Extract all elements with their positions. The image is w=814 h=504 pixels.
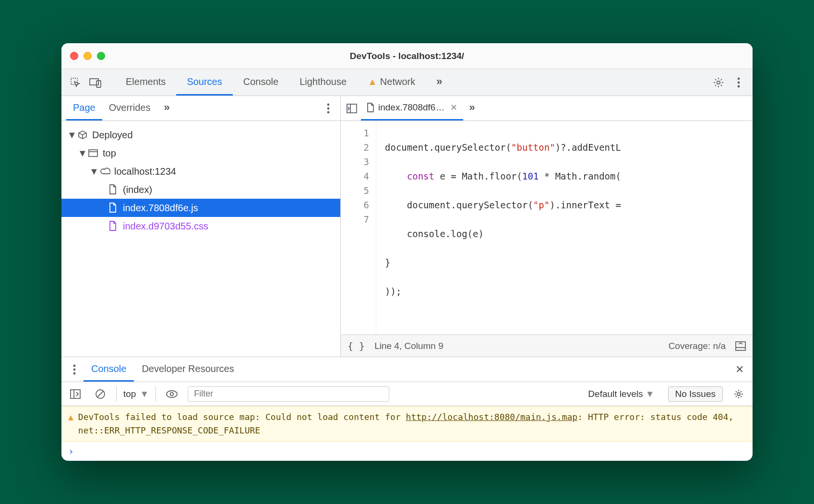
- svg-rect-1: [90, 79, 98, 85]
- window-controls: [70, 52, 105, 60]
- console-settings-icon[interactable]: [730, 385, 748, 403]
- device-toolbar-icon[interactable]: [86, 73, 105, 92]
- code-editor[interactable]: 1 2 3 4 5 6 7 document.querySelector("bu…: [341, 121, 753, 335]
- svg-point-7: [327, 103, 330, 106]
- tree-cssfile[interactable]: index.d9703d55.css: [61, 217, 340, 235]
- svg-point-8: [327, 107, 330, 109]
- warning-icon: ▲: [68, 410, 73, 437]
- inspect-element-icon[interactable]: [66, 73, 84, 92]
- window-title: DevTools - localhost:1234/: [61, 51, 753, 61]
- tree-label: index.7808df6e.js: [123, 203, 198, 214]
- close-icon[interactable]: ✕: [450, 102, 457, 113]
- console-drawer: Console Developer Resources ✕ top ▼ Defa…: [61, 357, 753, 461]
- svg-point-25: [737, 393, 740, 396]
- svg-rect-10: [89, 150, 97, 156]
- tree-label: index.d9703d55.css: [123, 221, 208, 232]
- tree-label: (index): [123, 184, 152, 195]
- frame-icon: [88, 149, 99, 157]
- console-warning[interactable]: ▲ DevTools failed to load source map: Co…: [61, 406, 753, 442]
- toggle-navigator-icon[interactable]: [343, 99, 361, 118]
- svg-point-17: [73, 368, 76, 371]
- warning-link[interactable]: http://localhost:8080/main.js.map: [406, 412, 578, 422]
- console-output: ▲ DevTools failed to load source map: Co…: [61, 406, 753, 461]
- cursor-position: Line 4, Column 9: [374, 341, 443, 351]
- more-tabs-button[interactable]: »: [426, 69, 452, 96]
- devtools-window: DevTools - localhost:1234/ Elements Sour…: [61, 43, 753, 461]
- tree-label: localhost:1234: [114, 166, 176, 177]
- console-prompt[interactable]: ›: [61, 442, 753, 461]
- svg-rect-12: [347, 104, 357, 113]
- file-tab[interactable]: index.7808df6… ✕: [361, 96, 463, 120]
- chevron-down-icon: ▼: [140, 389, 149, 399]
- warning-icon: ▲: [368, 76, 377, 87]
- svg-point-3: [717, 81, 720, 84]
- svg-point-23: [167, 391, 177, 397]
- file-icon: [367, 103, 374, 112]
- svg-point-6: [738, 85, 740, 87]
- line-gutter: 1 2 3 4 5 6 7: [341, 121, 376, 335]
- maximize-window-button[interactable]: [97, 52, 105, 60]
- file-tab-label: index.7808df6…: [378, 102, 444, 113]
- tab-elements[interactable]: Elements: [115, 69, 176, 96]
- file-icon: [108, 221, 119, 231]
- svg-point-16: [73, 364, 76, 367]
- tree-origin[interactable]: ▼ localhost:1234: [61, 162, 340, 180]
- tree-label: Deployed: [92, 130, 133, 141]
- filter-input[interactable]: [188, 386, 389, 402]
- chevron-down-icon: ▼: [78, 148, 84, 159]
- kebab-menu-icon[interactable]: [730, 73, 748, 92]
- svg-point-24: [170, 392, 173, 395]
- main-tabbar: Elements Sources Console Lighthouse ▲Net…: [61, 69, 753, 96]
- chevron-down-icon: ▼: [67, 130, 74, 141]
- editor-statusbar: { } Line 4, Column 9 Coverage: n/a: [341, 335, 753, 357]
- context-selector[interactable]: top ▼: [116, 386, 156, 402]
- svg-point-4: [738, 77, 740, 80]
- issues-button[interactable]: No Issues: [668, 386, 723, 402]
- tab-network[interactable]: ▲Network: [357, 69, 426, 96]
- cube-icon: [78, 130, 88, 140]
- navtab-overrides[interactable]: Overrides: [102, 96, 157, 120]
- navigator-menu-icon[interactable]: [319, 99, 337, 118]
- navtab-page[interactable]: Page: [66, 96, 102, 120]
- coverage-status: Coverage: n/a: [669, 341, 726, 351]
- navigator-panel: Page Overrides » ▼ Deployed ▼ top: [61, 96, 341, 357]
- titlebar: DevTools - localhost:1234/: [61, 43, 753, 69]
- chevron-down-icon: ▼: [89, 166, 96, 177]
- tree-deployed[interactable]: ▼ Deployed: [61, 126, 340, 144]
- tree-top[interactable]: ▼ top: [61, 144, 340, 162]
- file-tree: ▼ Deployed ▼ top ▼ localhost:1234 (index…: [61, 121, 340, 240]
- close-drawer-icon[interactable]: ✕: [730, 360, 749, 379]
- tab-sources[interactable]: Sources: [176, 69, 232, 96]
- cloud-icon: [100, 167, 110, 176]
- chevron-down-icon: ▼: [646, 389, 655, 399]
- clear-console-icon[interactable]: [91, 385, 109, 403]
- log-levels-selector[interactable]: Default levels ▼: [588, 389, 654, 399]
- tab-console[interactable]: Console: [233, 69, 289, 96]
- svg-point-9: [327, 111, 330, 113]
- drawer-tab-console[interactable]: Console: [84, 357, 134, 382]
- minimize-window-button[interactable]: [84, 52, 92, 60]
- source-panel: index.7808df6… ✕ » 1 2 3 4 5 6 7 documen…: [341, 96, 753, 357]
- svg-line-22: [97, 391, 103, 397]
- settings-icon[interactable]: [709, 73, 728, 92]
- tab-lighthouse[interactable]: Lighthouse: [289, 69, 357, 96]
- tree-index[interactable]: (index): [61, 180, 340, 199]
- file-icon: [108, 203, 119, 213]
- file-icon: [108, 184, 119, 195]
- toggle-sidebar-icon[interactable]: [66, 385, 84, 403]
- drawer-menu-icon[interactable]: [65, 360, 84, 379]
- tree-jsfile[interactable]: index.7808df6e.js: [61, 199, 340, 217]
- pretty-print-icon[interactable]: { }: [347, 340, 365, 352]
- tree-label: top: [103, 148, 116, 159]
- more-filetabs-button[interactable]: »: [463, 96, 479, 120]
- live-expression-icon[interactable]: [163, 385, 181, 403]
- show-drawer-icon[interactable]: [735, 341, 746, 351]
- more-navtabs-button[interactable]: »: [157, 96, 175, 120]
- drawer-tab-devres[interactable]: Developer Resources: [134, 357, 241, 382]
- svg-point-5: [738, 81, 740, 84]
- svg-point-18: [73, 372, 76, 374]
- close-window-button[interactable]: [70, 52, 78, 60]
